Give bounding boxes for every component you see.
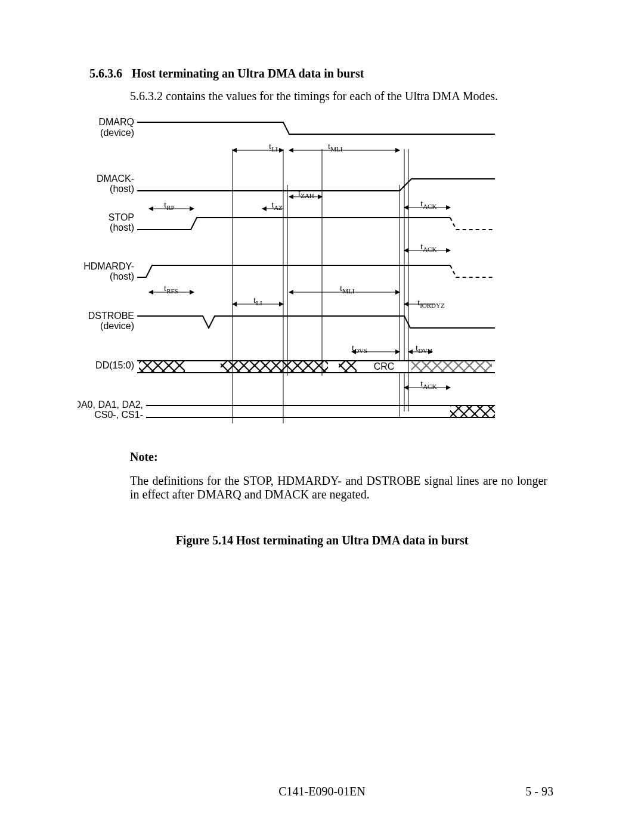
timing-tli-upper: tLI: [269, 141, 278, 153]
timing-tli-lower: tLI: [253, 295, 262, 306]
timing-tmli-lower: tMLI: [340, 283, 355, 295]
timing-diagram: DMARQ (device) tLI tMLI DMACK- (host) tZ…: [78, 113, 555, 435]
section-number: 5.6.3.6: [89, 67, 129, 80]
svg-rect-22: [339, 361, 357, 372]
note-heading: Note:: [130, 450, 158, 464]
signal-dmack-name: DMACK-: [97, 174, 134, 184]
figure-caption: Figure 5.14 Host terminating an Ultra DM…: [0, 534, 644, 547]
svg-rect-26: [450, 406, 495, 417]
signal-dstrobe-name: DSTROBE: [88, 311, 134, 321]
section-title: Host terminating an Ultra DMA data in bu…: [132, 67, 364, 80]
signal-dd-name: DD(15:0): [95, 360, 134, 370]
footer-page-number: 5 - 93: [525, 785, 553, 798]
signal-addr-line1: DA0, DA1, DA2,: [78, 400, 143, 410]
timing-tiordyz: tIORDYZ: [417, 298, 445, 309]
section-heading: 5.6.3.6 Host terminating an Ultra DMA da…: [89, 67, 364, 80]
svg-rect-21: [221, 361, 328, 372]
signal-stop-origin: (host): [110, 222, 134, 233]
note-body: The definitions for the STOP, HDMARDY- a…: [130, 474, 547, 501]
signal-dmarq-name: DMARQ: [98, 117, 134, 127]
svg-rect-23: [411, 361, 492, 372]
timing-trfs: tRFS: [164, 283, 178, 295]
signal-dmack-origin: (host): [110, 184, 134, 194]
signal-addr-line2: CS0-, CS1-: [94, 410, 143, 420]
timing-tdvs: tDVS: [352, 343, 367, 354]
timing-tack-2: tACK: [420, 241, 436, 253]
timing-tack-1: tACK: [420, 199, 436, 210]
signal-stop-name: STOP: [109, 212, 134, 222]
crc-label: CRC: [374, 361, 395, 371]
timing-tdvh: tDVH: [416, 343, 432, 354]
signal-hdmardy-origin: (host): [110, 271, 134, 281]
timing-trp: tRP: [164, 200, 175, 211]
timing-tmli-upper: tMLI: [328, 141, 343, 153]
intro-text: 5.6.3.2 contains the values for the timi…: [130, 89, 498, 103]
signal-dstrobe-origin: (device): [100, 321, 134, 331]
svg-rect-20: [139, 361, 185, 372]
signal-hdmardy-name: HDMARDY-: [83, 261, 134, 271]
page: 5.6.3.6 Host terminating an Ultra DMA da…: [0, 0, 644, 833]
timing-taz: tAZ: [271, 200, 283, 211]
timing-tack-3: tACK: [420, 379, 436, 390]
signal-dmarq-origin: (device): [100, 128, 134, 138]
timing-tzah: tZAH: [298, 188, 314, 199]
